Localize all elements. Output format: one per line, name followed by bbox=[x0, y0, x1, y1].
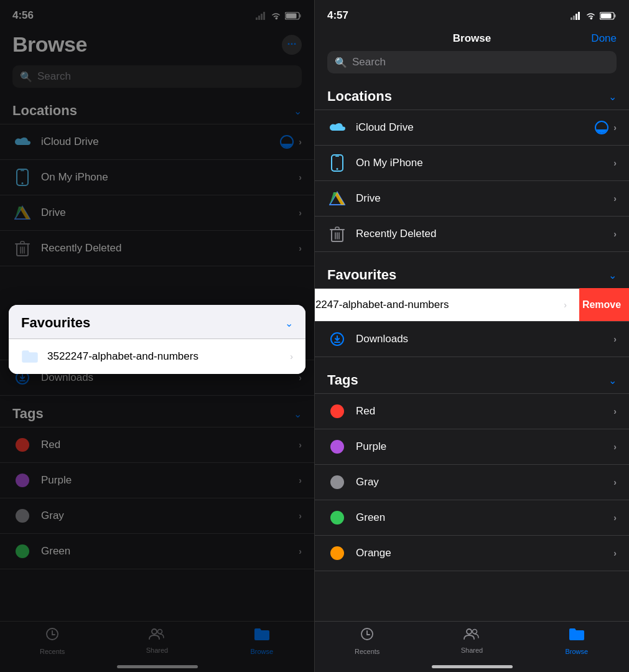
right-drive-label: Drive bbox=[356, 192, 613, 205]
left-tag-green[interactable]: Green › bbox=[0, 533, 314, 569]
right-tags-title: Tags bbox=[327, 372, 358, 388]
right-tag-green[interactable]: Green › bbox=[315, 500, 629, 535]
svg-rect-28 bbox=[601, 13, 612, 18]
right-search-placeholder: Search bbox=[352, 56, 386, 68]
left-panel: 4:56 bbox=[0, 0, 314, 672]
right-search-bar[interactable]: 🔍 Search bbox=[327, 51, 617, 73]
right-wifi-icon bbox=[585, 12, 596, 20]
popup-header: Favourites ⌄ bbox=[9, 305, 305, 338]
right-swipe-row[interactable]: 522247-alphabet-and-numbers › bbox=[315, 288, 579, 321]
right-locations-section: Locations ⌄ iCloud Drive › On My iPhone bbox=[315, 88, 629, 252]
left-icloud-item[interactable]: iCloud Drive › bbox=[0, 124, 314, 159]
left-locations-section: Locations ⌄ iCloud Drive › On My iPhone bbox=[0, 103, 314, 266]
right-green-dot-icon bbox=[327, 508, 347, 528]
svg-rect-8 bbox=[21, 170, 24, 172]
right-downloads-item[interactable]: Downloads › bbox=[315, 321, 629, 357]
svg-rect-29 bbox=[615, 14, 616, 17]
left-trash-icon bbox=[12, 238, 32, 258]
right-tag-purple[interactable]: Purple › bbox=[315, 429, 629, 464]
left-search-bar[interactable]: 🔍 Search bbox=[12, 65, 302, 88]
right-drive-chevron: › bbox=[613, 194, 617, 203]
favourites-popup: Favourites ⌄ 3522247-alphabet-and-number… bbox=[9, 305, 305, 374]
left-gray-label: Gray bbox=[41, 510, 299, 522]
left-icloud-chevron: › bbox=[299, 137, 302, 147]
svg-rect-26 bbox=[578, 12, 580, 20]
right-favourites-chevron[interactable]: ⌄ bbox=[608, 269, 617, 281]
right-favourites-title: Favourites bbox=[327, 267, 396, 283]
right-iphone-chevron: › bbox=[613, 158, 617, 168]
right-orange-dot-icon bbox=[327, 543, 347, 563]
left-tags-chevron[interactable]: ⌄ bbox=[294, 408, 302, 420]
right-signal-icon bbox=[571, 12, 582, 20]
right-purple-label: Purple bbox=[356, 441, 613, 453]
left-tab-shared[interactable]: Shared bbox=[105, 627, 209, 654]
left-browse-icon bbox=[254, 627, 270, 645]
popup-folder-icon bbox=[21, 348, 39, 365]
svg-rect-25 bbox=[575, 14, 577, 20]
left-iphone-item[interactable]: On My iPhone › bbox=[0, 159, 314, 195]
right-tag-red[interactable]: Red › bbox=[315, 393, 629, 429]
right-header-title: Browse bbox=[453, 32, 491, 45]
svg-rect-6 bbox=[300, 14, 301, 17]
right-tags-section: Tags ⌄ Red › Purple › Gray › Green › bbox=[315, 372, 629, 571]
right-shared-icon bbox=[464, 627, 480, 644]
svg-rect-1 bbox=[258, 16, 260, 20]
battery-icon bbox=[285, 12, 302, 20]
left-recents-label: Recents bbox=[40, 648, 65, 655]
left-tags-title: Tags bbox=[12, 406, 44, 422]
right-locations-header: Locations ⌄ bbox=[315, 88, 629, 110]
right-drive-item[interactable]: Drive › bbox=[315, 180, 629, 216]
right-favourites-header: Favourites ⌄ bbox=[315, 267, 629, 288]
right-status-time: 4:57 bbox=[327, 9, 348, 22]
left-trash-item[interactable]: Recently Deleted › bbox=[0, 230, 314, 266]
left-tab-recents[interactable]: Recents bbox=[0, 627, 105, 655]
right-trash-label: Recently Deleted bbox=[356, 228, 613, 240]
right-browse-icon bbox=[569, 627, 585, 645]
left-drive-item[interactable]: Drive › bbox=[0, 195, 314, 230]
svg-rect-3 bbox=[263, 12, 265, 20]
right-tab-browse[interactable]: Browse bbox=[524, 627, 629, 655]
left-locations-header: Locations ⌄ bbox=[0, 103, 314, 124]
right-trash-item[interactable]: Recently Deleted › bbox=[315, 216, 629, 252]
svg-rect-2 bbox=[261, 14, 263, 20]
left-red-dot-icon bbox=[12, 435, 32, 455]
left-search-icon: 🔍 bbox=[20, 71, 32, 83]
popup-chevron-icon[interactable]: ⌄ bbox=[285, 317, 293, 329]
right-tag-orange[interactable]: Orange › bbox=[315, 535, 629, 571]
left-gray-dot-icon bbox=[12, 506, 32, 526]
left-tab-browse[interactable]: Browse bbox=[210, 627, 314, 655]
right-green-label: Green bbox=[356, 511, 613, 524]
svg-point-45 bbox=[473, 630, 477, 634]
left-tag-purple[interactable]: Purple › bbox=[0, 462, 314, 498]
left-tag-gray[interactable]: Gray › bbox=[0, 498, 314, 533]
popup-folder-item[interactable]: 3522247-alphabet-and-numbers › bbox=[9, 338, 305, 374]
right-iphone-item[interactable]: On My iPhone › bbox=[315, 145, 629, 180]
svg-rect-23 bbox=[571, 17, 572, 20]
right-tab-shared[interactable]: Shared bbox=[419, 627, 524, 654]
right-remove-button[interactable]: Remove bbox=[574, 288, 629, 321]
svg-point-22 bbox=[158, 630, 162, 634]
left-more-button[interactable]: ··· bbox=[282, 35, 302, 55]
left-green-label: Green bbox=[41, 545, 299, 558]
popup-folder-chevron: › bbox=[290, 352, 293, 362]
right-tag-gray[interactable]: Gray › bbox=[315, 464, 629, 500]
svg-point-21 bbox=[152, 629, 157, 634]
right-browse-label: Browse bbox=[565, 648, 588, 655]
right-orange-label: Orange bbox=[356, 547, 613, 559]
right-tab-recents[interactable]: Recents bbox=[315, 627, 419, 655]
right-icloud-chevron: › bbox=[613, 123, 617, 133]
right-icloud-item[interactable]: iCloud Drive › bbox=[315, 110, 629, 145]
svg-rect-31 bbox=[335, 156, 339, 157]
left-browse-label: Browse bbox=[250, 648, 273, 655]
popup-title: Favourites bbox=[21, 315, 90, 331]
right-done-button[interactable]: Done bbox=[591, 32, 617, 45]
right-locations-chevron[interactable]: ⌄ bbox=[608, 91, 617, 103]
left-iphone-icon bbox=[12, 167, 32, 187]
left-locations-chevron[interactable]: ⌄ bbox=[294, 105, 302, 117]
left-tag-red[interactable]: Red › bbox=[0, 427, 314, 462]
right-home-indicator bbox=[432, 665, 513, 668]
right-tags-chevron[interactable]: ⌄ bbox=[608, 375, 617, 386]
right-downloads-chevron: › bbox=[613, 334, 617, 344]
svg-point-32 bbox=[337, 168, 338, 170]
right-downloads-icon bbox=[327, 329, 347, 349]
